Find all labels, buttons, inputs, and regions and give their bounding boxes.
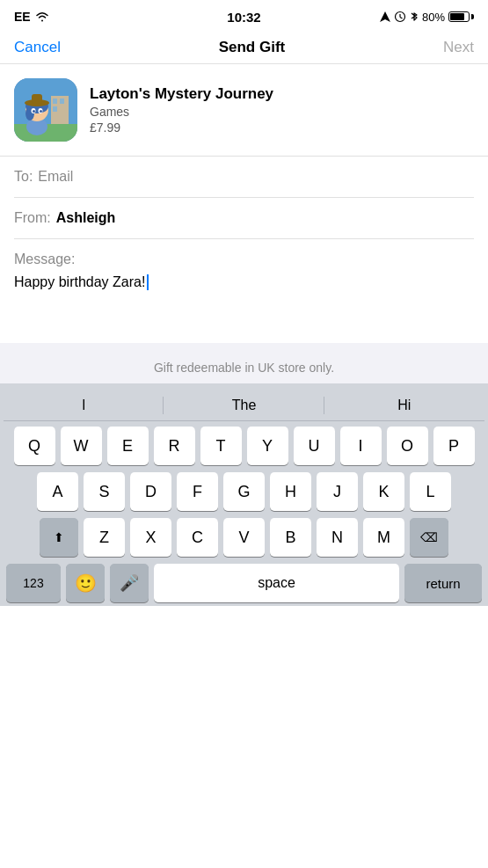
status-bar: EE 10:32 80%: [0, 0, 488, 32]
next-button: Next: [443, 39, 474, 56]
emoji-key[interactable]: 🙂: [66, 564, 105, 602]
key-row-2: A S D F G H J K L: [6, 472, 482, 511]
key-s[interactable]: S: [84, 472, 125, 511]
autocomplete-row: l The Hi: [4, 390, 484, 421]
svg-marker-0: [380, 11, 390, 22]
key-k[interactable]: K: [363, 472, 404, 511]
svg-line-3: [400, 18, 403, 19]
svg-rect-15: [32, 94, 42, 104]
app-details: Layton's Mystery Journey Games £7.99: [90, 85, 273, 135]
key-i[interactable]: I: [340, 427, 382, 465]
alarm-icon: [394, 11, 406, 23]
autocomplete-item-3[interactable]: Hi: [324, 390, 484, 420]
svg-point-18: [33, 110, 35, 113]
to-label: To:: [14, 169, 33, 185]
key-r[interactable]: R: [154, 427, 195, 465]
nav-title: Send Gift: [219, 39, 286, 56]
form-section: To: Email From: Ashleigh: [0, 157, 488, 239]
battery-percent: 80%: [422, 11, 445, 24]
svg-rect-7: [60, 98, 64, 104]
space-key[interactable]: space: [154, 564, 399, 602]
message-section[interactable]: Message: Happy birthday Zara!: [0, 239, 488, 290]
battery-icon: [448, 11, 474, 22]
key-y[interactable]: Y: [247, 427, 288, 465]
shift-key[interactable]: ⬆: [40, 518, 78, 557]
app-price: £7.99: [90, 120, 273, 135]
message-label: Message:: [14, 252, 474, 267]
key-d[interactable]: D: [130, 472, 171, 511]
key-o[interactable]: O: [387, 427, 428, 465]
location-icon: [380, 11, 390, 22]
svg-rect-6: [53, 98, 57, 104]
to-value[interactable]: Email: [38, 169, 73, 185]
mic-key[interactable]: 🎤: [110, 564, 149, 602]
cancel-button[interactable]: Cancel: [14, 39, 61, 56]
key-j[interactable]: J: [317, 472, 358, 511]
message-text[interactable]: Happy birthday Zara!: [14, 274, 474, 290]
keyboard[interactable]: l The Hi Q W E R T Y U I O P A S D F G H…: [0, 383, 488, 606]
wifi-icon: [35, 11, 49, 22]
key-w[interactable]: W: [61, 427, 102, 465]
key-f[interactable]: F: [177, 472, 218, 511]
app-icon: [14, 78, 77, 142]
autocomplete-item-2[interactable]: The: [164, 390, 324, 420]
delete-key[interactable]: ⌫: [410, 518, 448, 557]
text-cursor: [147, 274, 149, 290]
message-content: Happy birthday Zara!: [14, 274, 145, 290]
key-a[interactable]: A: [37, 472, 78, 511]
status-left: EE: [14, 10, 49, 24]
autocomplete-item-1[interactable]: l: [4, 390, 164, 420]
svg-point-19: [40, 110, 42, 113]
from-label: From:: [14, 210, 51, 226]
return-key[interactable]: return: [404, 564, 482, 602]
key-row-bottom: 123 🙂 🎤 space return: [6, 564, 482, 602]
carrier-label: EE: [14, 10, 31, 24]
key-x[interactable]: X: [130, 518, 171, 557]
gift-notice-text: Gift redeemable in UK store only.: [154, 361, 334, 375]
status-right: 80%: [380, 11, 474, 24]
key-t[interactable]: T: [200, 427, 242, 465]
status-time: 10:32: [227, 10, 260, 25]
key-e[interactable]: E: [107, 427, 149, 465]
app-info-section: Layton's Mystery Journey Games £7.99: [0, 64, 488, 157]
key-z[interactable]: Z: [84, 518, 125, 557]
app-name: Layton's Mystery Journey: [90, 85, 273, 103]
app-category: Games: [90, 105, 273, 119]
key-rows: Q W E R T Y U I O P A S D F G H J K L ⬆ …: [4, 427, 484, 602]
svg-rect-8: [53, 106, 57, 112]
from-value: Ashleigh: [56, 210, 116, 226]
key-c[interactable]: C: [177, 518, 218, 557]
key-l[interactable]: L: [410, 472, 451, 511]
key-v[interactable]: V: [223, 518, 265, 557]
nav-bar: Cancel Send Gift Next: [0, 32, 488, 64]
from-row: From: Ashleigh: [14, 198, 474, 239]
key-p[interactable]: P: [433, 427, 475, 465]
key-n[interactable]: N: [317, 518, 358, 557]
key-m[interactable]: M: [363, 518, 404, 557]
key-row-1: Q W E R T Y U I O P: [6, 427, 482, 465]
key-b[interactable]: B: [270, 518, 311, 557]
key-row-3: ⬆ Z X C V B N M ⌫: [6, 518, 482, 557]
numbers-key[interactable]: 123: [6, 564, 61, 602]
to-row[interactable]: To: Email: [14, 157, 474, 198]
key-h[interactable]: H: [270, 472, 311, 511]
key-u[interactable]: U: [294, 427, 335, 465]
gift-notice-bar: Gift redeemable in UK store only.: [0, 343, 488, 383]
bluetooth-icon: [410, 11, 419, 23]
key-q[interactable]: Q: [14, 427, 55, 465]
key-g[interactable]: G: [223, 472, 265, 511]
